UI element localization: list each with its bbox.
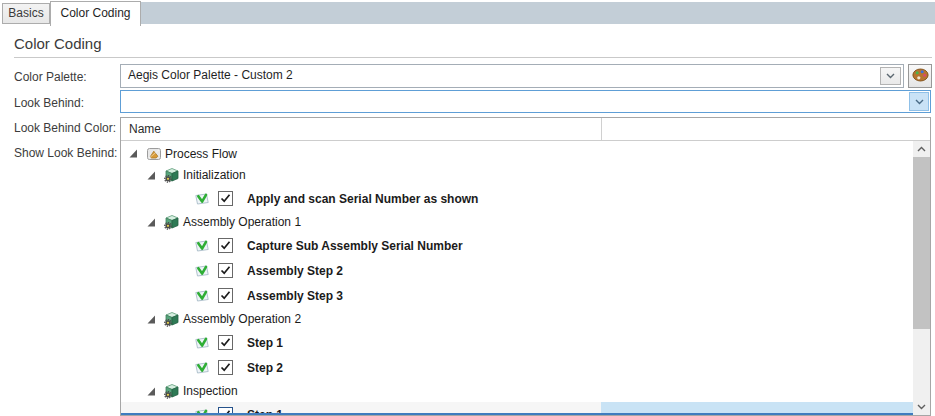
tree-item-label: Assembly Step 3 bbox=[247, 289, 343, 303]
look-behind-color-label: Look Behind Color: bbox=[14, 121, 116, 135]
step-checkbox[interactable] bbox=[218, 360, 233, 375]
color-palette-label: Color Palette: bbox=[14, 70, 87, 84]
tree-item-label: Apply and scan Serial Number as shown bbox=[247, 192, 478, 206]
tree-row[interactable]: Apply and scan Serial Number as shown bbox=[121, 186, 913, 211]
page-title: Color Coding bbox=[14, 35, 102, 52]
step-icon bbox=[194, 263, 210, 279]
scroll-down-icon[interactable] bbox=[913, 399, 930, 415]
color-palette-combobox[interactable]: Aegis Color Palette - Custom 2 bbox=[120, 64, 904, 88]
tree-row[interactable]: Step 1 bbox=[121, 330, 913, 355]
operation-icon bbox=[164, 214, 180, 230]
selection-bottom-line bbox=[121, 413, 913, 415]
look-behind-combobox[interactable] bbox=[120, 90, 931, 113]
step-icon bbox=[194, 238, 210, 254]
chevron-down-icon[interactable] bbox=[909, 92, 929, 111]
tree-item-label: Assembly Operation 2 bbox=[183, 312, 301, 326]
tree-item-label: Assembly Operation 1 bbox=[183, 215, 301, 229]
column-divider[interactable] bbox=[601, 118, 602, 140]
tab-color-coding[interactable]: Color Coding bbox=[50, 1, 141, 26]
step-checkbox[interactable] bbox=[218, 335, 233, 350]
tree-row[interactable]: Process Flow bbox=[121, 143, 913, 164]
tab-basics-label: Basics bbox=[8, 6, 43, 20]
step-icon bbox=[194, 360, 210, 376]
show-look-behind-label: Show Look Behind: bbox=[14, 146, 117, 160]
look-behind-label: Look Behind: bbox=[14, 96, 84, 110]
scroll-up-icon[interactable] bbox=[913, 141, 930, 157]
tree-header[interactable]: Name bbox=[121, 118, 930, 141]
edit-palette-button[interactable] bbox=[908, 64, 932, 88]
palette-icon bbox=[912, 68, 929, 85]
step-checkbox[interactable] bbox=[218, 288, 233, 303]
expander-icon[interactable] bbox=[129, 149, 138, 158]
expander-icon[interactable] bbox=[147, 218, 156, 227]
expander-icon[interactable] bbox=[147, 315, 156, 324]
tree-row[interactable]: Inspection bbox=[121, 380, 913, 402]
step-checkbox[interactable] bbox=[218, 238, 233, 253]
tree-rows: Process FlowInitializationApply and scan… bbox=[121, 141, 913, 415]
tree-item-label: Assembly Step 2 bbox=[247, 264, 343, 278]
step-checkbox[interactable] bbox=[218, 191, 233, 206]
color-coding-dialog: Basics Color Coding Color Coding Color P… bbox=[0, 0, 935, 416]
tree-item-label: Inspection bbox=[183, 384, 238, 398]
step-checkbox[interactable] bbox=[218, 263, 233, 278]
tree-row[interactable]: Assembly Step 2 bbox=[121, 258, 913, 283]
tab-basics[interactable]: Basics bbox=[2, 3, 50, 24]
operation-icon bbox=[164, 383, 180, 399]
tree-row[interactable]: Assembly Operation 2 bbox=[121, 308, 913, 330]
tree-row[interactable]: Initialization bbox=[121, 164, 913, 186]
show-look-behind-tree: Name Process FlowInitializationApply and… bbox=[120, 117, 931, 416]
tab-color-coding-label: Color Coding bbox=[60, 6, 130, 20]
name-column-header[interactable]: Name bbox=[129, 122, 161, 136]
tree-item-label: Process Flow bbox=[165, 147, 237, 161]
operation-icon bbox=[164, 167, 180, 183]
tab-strip-fill bbox=[141, 2, 935, 24]
chevron-down-icon[interactable] bbox=[880, 67, 901, 85]
vertical-scrollbar[interactable] bbox=[913, 141, 930, 415]
tree-row[interactable]: Capture Sub Assembly Serial Number bbox=[121, 233, 913, 258]
tree-row[interactable]: Step 2 bbox=[121, 355, 913, 380]
step-icon bbox=[194, 288, 210, 304]
tree-item-label: Step 1 bbox=[247, 336, 283, 350]
scrollbar-thumb[interactable] bbox=[913, 157, 930, 329]
tree-row[interactable]: Assembly Step 3 bbox=[121, 283, 913, 308]
process-flow-icon bbox=[146, 146, 162, 162]
step-icon bbox=[194, 191, 210, 207]
color-palette-value: Aegis Color Palette - Custom 2 bbox=[128, 68, 293, 82]
step-icon bbox=[194, 335, 210, 351]
operation-icon bbox=[164, 311, 180, 327]
tree-item-label: Step 2 bbox=[247, 361, 283, 375]
tree-row[interactable]: Assembly Operation 1 bbox=[121, 211, 913, 233]
expander-icon[interactable] bbox=[147, 171, 156, 180]
tree-item-label: Capture Sub Assembly Serial Number bbox=[247, 239, 463, 253]
expander-icon[interactable] bbox=[147, 387, 156, 396]
tree-item-label: Initialization bbox=[183, 168, 246, 182]
heading-divider bbox=[14, 57, 932, 58]
